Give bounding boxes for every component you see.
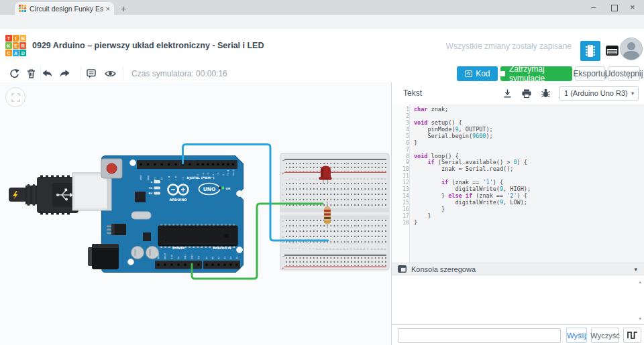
- atmega-chip: [158, 224, 237, 248]
- export-button[interactable]: Eksportuj: [575, 66, 605, 81]
- code-line: 11: [392, 172, 644, 179]
- svg-text:AREF: AREF: [140, 175, 142, 180]
- svg-text:~10: ~10: [174, 176, 177, 180]
- svg-text:8: 8: [309, 248, 311, 249]
- svg-text:13: 13: [154, 178, 156, 180]
- svg-text:24: 24: [363, 178, 366, 181]
- reset-button[interactable]: [101, 159, 122, 178]
- board-selector[interactable]: 1 (Arduino Uno R3) ▾: [559, 86, 639, 100]
- svg-text:16: 16: [336, 178, 339, 181]
- code-button[interactable]: </ Kod: [457, 66, 498, 81]
- components-chip-button[interactable]: [580, 41, 600, 61]
- svg-text:13: 13: [325, 248, 328, 251]
- logo-cell: R: [19, 42, 26, 49]
- toolbar-separator: [40, 66, 41, 80]
- code-panel: Tekst 1 (Arduino Uno R3) ▾ 1char znak: [391, 82, 644, 345]
- debug-bug-icon[interactable]: [541, 88, 551, 98]
- app-header: TINKERCAD 0929 Arduino – pierwszy układ …: [0, 29, 644, 66]
- code-line: 3void setup() {: [392, 119, 644, 126]
- window-maximize-button[interactable]: [611, 5, 618, 11]
- svg-text:21: 21: [353, 178, 356, 181]
- visibility-eye-icon[interactable]: [104, 68, 117, 79]
- usb-cable[interactable]: [9, 176, 78, 215]
- svg-text:9: 9: [312, 178, 315, 180]
- table-list-icon: [606, 46, 619, 56]
- share-button[interactable]: Udostępnij: [608, 66, 640, 81]
- notes-icon[interactable]: [86, 68, 97, 79]
- window-close-button[interactable]: ×: [630, 2, 635, 13]
- svg-text:20: 20: [350, 178, 352, 181]
- tab-close-icon[interactable]: ×: [106, 5, 110, 13]
- delete-trash-icon[interactable]: [26, 68, 36, 79]
- svg-text:~6: ~6: [202, 172, 205, 176]
- browser-navbar: ← → ↻ ⌂ tinkercad.com/things/czmKScJXDs5…: [0, 15, 644, 29]
- svg-text:RX←0: RX←0: [232, 169, 235, 176]
- digital-header-left[interactable]: [137, 160, 195, 169]
- scroll-up-icon[interactable]: ▴: [639, 279, 641, 285]
- breadboard[interactable]: − + 123456789101112131415161718192021222…: [280, 153, 389, 270]
- digital-label: DIGITAL (PWM~): [186, 176, 214, 180]
- serial-input-row: Wyślij Wyczyść: [392, 326, 644, 345]
- avatar-body: [623, 51, 639, 60]
- browser-tab[interactable]: Circuit design Funky Esboo | Tink ×: [15, 2, 114, 15]
- svg-text:a: a: [282, 241, 283, 244]
- chevron-down-icon: ▾: [634, 266, 637, 273]
- serial-console-output[interactable]: ▴ ▾: [392, 277, 644, 325]
- window-minimize-button[interactable]: –: [591, 2, 596, 13]
- tinkercad-logo[interactable]: TINKERCAD: [5, 35, 26, 56]
- send-button[interactable]: Wyślij: [566, 328, 587, 343]
- svg-text:5: 5: [298, 178, 301, 180]
- code-panel-header: Tekst 1 (Arduino Uno R3) ▾: [392, 82, 644, 104]
- logo-cell: T: [5, 35, 12, 42]
- serial-input[interactable]: [398, 328, 561, 343]
- circuit-canvas[interactable]: AREFGND1312~11~10~98 7~6~54~32TX→1RX←0 D…: [0, 82, 391, 345]
- code-editor[interactable]: 1char znak;23void setup() {4 pinMode(9, …: [392, 104, 644, 263]
- print-icon[interactable]: [521, 88, 532, 98]
- svg-text:IOREF: IOREF: [157, 253, 160, 259]
- svg-text:28: 28: [377, 248, 380, 251]
- svg-text:21: 21: [353, 248, 356, 251]
- svg-text:3: 3: [291, 178, 294, 180]
- svg-text:~11: ~11: [168, 176, 170, 180]
- serial-console-label: Konsola szeregowa: [411, 265, 476, 273]
- redo-icon[interactable]: [59, 68, 70, 78]
- voltage-regulator: [107, 224, 126, 235]
- toolbar-separator: [123, 66, 123, 80]
- circuit-svg: AREFGND1312~11~10~98 7~6~54~32TX→1RX←0 D…: [0, 82, 391, 345]
- svg-text:12: 12: [160, 178, 163, 180]
- avatar-head: [627, 42, 635, 50]
- avatar[interactable]: [620, 38, 643, 60]
- svg-text:A4: A4: [229, 257, 232, 259]
- svg-text:GND: GND: [191, 254, 193, 259]
- arduino-uno-board[interactable]: AREFGND1312~11~10~98 7~6~54~32TX→1RX←0 D…: [72, 156, 244, 273]
- svg-text:18: 18: [343, 178, 345, 181]
- new-tab-button[interactable]: +: [121, 3, 126, 14]
- svg-text:7: 7: [305, 178, 308, 180]
- stop-simulation-button[interactable]: Zatrzymaj symulację: [500, 66, 572, 81]
- rail-plus-top: +: [282, 171, 285, 176]
- svg-text:29: 29: [380, 248, 383, 251]
- svg-text:23: 23: [360, 178, 362, 181]
- logo-cell: D: [19, 50, 26, 56]
- clear-button[interactable]: Wyczyść: [591, 328, 619, 343]
- scroll-down-icon[interactable]: ▾: [639, 316, 641, 322]
- code-line: 4 pinMode(9, OUTPUT);: [392, 126, 644, 133]
- download-icon[interactable]: [502, 88, 513, 98]
- svg-text:30: 30: [384, 178, 386, 181]
- undo-icon[interactable]: [42, 68, 53, 78]
- graph-button[interactable]: [623, 328, 641, 343]
- svg-text:19: 19: [346, 248, 349, 251]
- edit-mode-selector[interactable]: Tekst: [403, 88, 422, 98]
- serial-console-bar[interactable]: Konsola szeregowa ▾: [392, 263, 644, 275]
- svg-text:TX: TX: [149, 187, 152, 190]
- analog-header[interactable]: [203, 261, 240, 269]
- list-view-button[interactable]: [606, 46, 619, 58]
- digital-header-right[interactable]: [195, 160, 237, 169]
- svg-text:6: 6: [302, 248, 305, 249]
- rail-plus-bottom: +: [282, 266, 285, 270]
- svg-text:15: 15: [332, 178, 335, 181]
- logo-cell: K: [5, 42, 12, 49]
- design-title[interactable]: 0929 Arduino – pierwszy układ elektronic…: [32, 41, 264, 50]
- rotate-icon[interactable]: [9, 68, 21, 79]
- logo-cell: E: [13, 42, 19, 49]
